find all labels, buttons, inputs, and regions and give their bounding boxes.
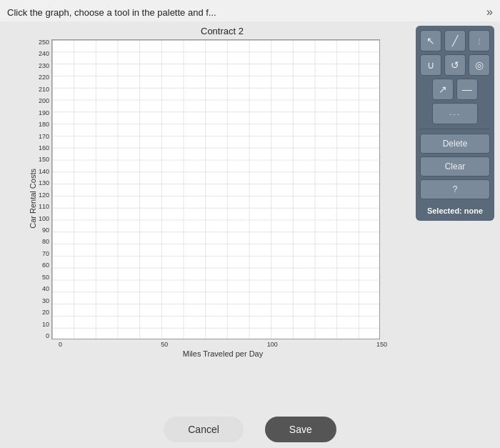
instruction-text: Click the graph, choose a tool in the pa… [7, 7, 216, 18]
dash-tool-btn[interactable]: — [456, 79, 478, 100]
line-tool-btn[interactable]: ╱ [444, 30, 466, 51]
graph-container: Contract 2 Car Rental Costs 250240230220… [6, 26, 410, 407]
grid-svg [52, 40, 379, 339]
save-button[interactable]: Save [265, 417, 336, 442]
clear-button[interactable]: Clear [420, 156, 490, 176]
y-tick: 90 [42, 227, 49, 234]
y-tick: 170 [39, 134, 49, 140]
delete-button[interactable]: Delete [420, 134, 490, 154]
bottom-buttons: Cancel Save [164, 417, 336, 442]
x-axis-label: Miles Traveled per Day [59, 349, 387, 358]
y-tick: 210 [39, 86, 49, 93]
x-tick: 50 [161, 341, 168, 348]
point-tool-btn[interactable]: ⋮ [469, 30, 490, 51]
palette-row-3: ↗ — [420, 79, 490, 100]
y-tick: 20 [42, 309, 49, 316]
y-tick: 130 [39, 180, 49, 186]
y-axis-label: Car Rental Costs [29, 169, 37, 229]
y-tick: 50 [42, 274, 49, 281]
y-tick: 200 [39, 98, 49, 104]
x-tick: 0 [59, 341, 62, 348]
x-tick: 150 [376, 341, 387, 348]
y-tick: 150 [39, 156, 49, 163]
selected-label: Selected: none [420, 205, 490, 216]
y-tick: 240 [39, 51, 49, 57]
palette-divider [420, 129, 490, 129]
cancel-button[interactable]: Cancel [164, 417, 244, 442]
graph-area: Car Rental Costs 25024023022021020019018… [29, 39, 387, 358]
y-tick: 100 [39, 216, 49, 222]
graph-title: Contract 2 [201, 26, 244, 36]
y-tick: 160 [39, 145, 49, 151]
arrow-tool-btn[interactable]: ↖ [420, 30, 441, 51]
y-tick: 140 [39, 169, 49, 175]
y-tick: 70 [42, 251, 49, 257]
main-area: Contract 2 Car Rental Costs 250240230220… [0, 21, 500, 407]
y-tick: 120 [39, 192, 49, 199]
help-button[interactable]: ? [420, 179, 490, 199]
svg-rect-42 [52, 40, 379, 339]
top-bar: Click the graph, choose a tool in the pa… [0, 0, 500, 21]
y-tick: 80 [42, 239, 49, 245]
dotted-line-btn[interactable]: --- [432, 103, 478, 124]
palette-row-2: ∪ ↺ ◎ [420, 54, 490, 76]
y-tick: 250 [39, 39, 49, 46]
target-tool-btn[interactable]: ◎ [469, 54, 490, 76]
y-tick: 110 [39, 204, 49, 210]
graph-with-axes: 2502402302202102001901801701601501401301… [39, 39, 387, 358]
y-ticks: 2502402302202102001901801701601501401301… [39, 39, 51, 339]
y-tick: 10 [42, 322, 49, 328]
x-axis-area: 050100150 Miles Traveled per Day [59, 339, 387, 358]
y-tick: 230 [39, 63, 49, 69]
y-tick: 60 [42, 262, 49, 269]
undo-tool-btn[interactable]: ↺ [444, 54, 466, 76]
x-ticks-row: 050100150 [59, 341, 387, 348]
y-tick: 40 [42, 286, 49, 292]
ray-tool-btn[interactable]: ↗ [432, 79, 454, 100]
y-tick: 180 [39, 121, 49, 128]
curve-tool-btn[interactable]: ∪ [420, 54, 441, 76]
x-tick: 100 [267, 341, 278, 348]
palette-row-4: --- [420, 103, 490, 124]
grid-canvas[interactable] [51, 39, 380, 339]
y-tick: 190 [39, 110, 49, 116]
y-tick: 0 [46, 333, 49, 339]
chevron-icon[interactable]: » [486, 6, 493, 19]
palette-row-1: ↖ ╱ ⋮ [420, 30, 490, 51]
y-tick: 30 [42, 298, 49, 304]
palette-panel: ↖ ╱ ⋮ ∪ ↺ ◎ ↗ — --- Delete Clear ? Selec… [416, 26, 494, 221]
graph-inner: 2502402302202102001901801701601501401301… [39, 39, 387, 339]
y-tick: 220 [39, 74, 49, 81]
